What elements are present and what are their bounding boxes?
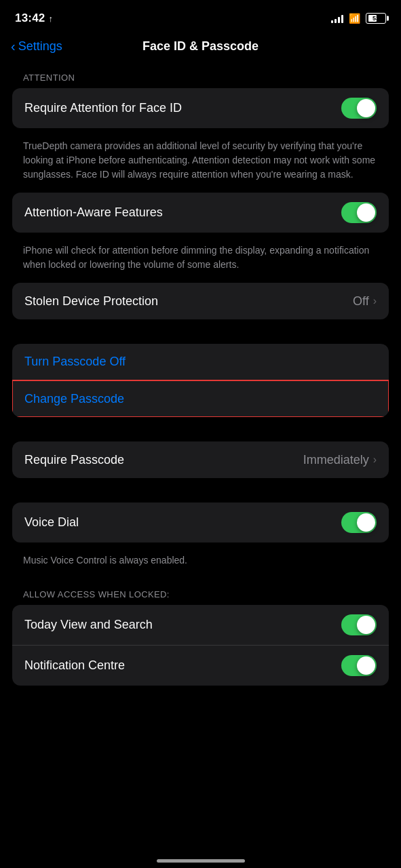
toggle-knob <box>357 99 375 117</box>
battery-icon: 53 <box>366 13 386 24</box>
clock: 13:42 <box>15 12 45 25</box>
home-indicator <box>0 851 401 868</box>
stolen-device-chevron-icon: › <box>373 295 377 307</box>
attention-section-label: ATTENTION <box>0 62 401 88</box>
stolen-device-value: Off <box>353 294 369 309</box>
spacer-1 <box>0 325 401 344</box>
require-attention-toggle[interactable] <box>341 98 377 119</box>
turn-passcode-off-label: Turn Passcode Off <box>24 355 126 369</box>
back-button[interactable]: ‹ Settings <box>11 39 62 54</box>
nav-bar: ‹ Settings Face ID & Passcode <box>0 34 401 62</box>
home-bar <box>157 859 245 863</box>
wifi-icon: 📶 <box>349 13 360 24</box>
attention-aware-description: iPhone will check for attention before d… <box>0 238 401 283</box>
change-passcode-row[interactable]: Change Passcode <box>12 380 389 417</box>
back-chevron-icon: ‹ <box>11 39 16 53</box>
attention-aware-label: Attention-Aware Features <box>24 205 163 220</box>
today-view-row[interactable]: Today View and Search <box>12 605 389 646</box>
attention-aware-group: Attention-Aware Features <box>12 193 389 233</box>
attention-aware-row[interactable]: Attention-Aware Features <box>12 193 389 233</box>
turn-passcode-off-row[interactable]: Turn Passcode Off <box>12 344 389 380</box>
signal-icon <box>331 14 343 23</box>
attention-aware-toggle[interactable] <box>341 202 377 223</box>
status-right-icons: 📶 53 <box>331 13 386 24</box>
passcode-group: Turn Passcode Off Change Passcode <box>12 344 389 417</box>
require-passcode-value: Immediately <box>303 453 369 467</box>
page-title: Face ID & Passcode <box>142 39 259 54</box>
require-attention-group: Require Attention for Face ID <box>12 88 389 128</box>
notification-centre-label: Notification Centre <box>24 658 125 673</box>
require-attention-description: TrueDepth camera provides an additional … <box>0 134 401 193</box>
stolen-device-right: Off › <box>353 294 377 309</box>
voice-dial-row[interactable]: Voice Dial <box>12 502 389 542</box>
voice-dial-label: Voice Dial <box>24 515 79 530</box>
stolen-device-label: Stolen Device Protection <box>24 294 158 309</box>
back-label: Settings <box>18 39 62 54</box>
allow-access-section-label: ALLOW ACCESS WHEN LOCKED: <box>0 578 401 605</box>
require-attention-row[interactable]: Require Attention for Face ID <box>12 88 389 128</box>
status-time: 13:42 ↑ <box>15 12 53 25</box>
voice-dial-toggle[interactable] <box>341 512 377 533</box>
change-passcode-label: Change Passcode <box>24 392 124 406</box>
settings-content: ATTENTION Require Attention for Face ID … <box>0 62 401 711</box>
allow-access-group: Today View and Search Notification Centr… <box>12 605 389 686</box>
require-passcode-right: Immediately › <box>303 453 377 467</box>
stolen-device-row[interactable]: Stolen Device Protection Off › <box>12 283 389 319</box>
location-arrow-icon: ↑ <box>48 14 53 24</box>
today-view-toggle[interactable] <box>341 614 377 635</box>
stolen-device-group: Stolen Device Protection Off › <box>12 283 389 319</box>
toggle-knob-4 <box>357 616 375 634</box>
toggle-knob-2 <box>357 203 375 222</box>
notification-centre-row[interactable]: Notification Centre <box>12 646 389 686</box>
status-bar: 13:42 ↑ 📶 53 <box>0 0 401 34</box>
spacer-2 <box>0 422 401 441</box>
require-passcode-label: Require Passcode <box>24 453 124 467</box>
notification-centre-toggle[interactable] <box>341 655 377 676</box>
spacer-3 <box>0 484 401 502</box>
require-passcode-row[interactable]: Require Passcode Immediately › <box>12 441 389 478</box>
voice-dial-group: Voice Dial <box>12 502 389 542</box>
voice-dial-description: Music Voice Control is always enabled. <box>0 548 401 578</box>
toggle-knob-5 <box>357 656 375 675</box>
require-passcode-group: Require Passcode Immediately › <box>12 441 389 478</box>
require-attention-label: Require Attention for Face ID <box>24 101 182 115</box>
toggle-knob-3 <box>357 513 375 532</box>
today-view-label: Today View and Search <box>24 618 153 632</box>
require-passcode-chevron-icon: › <box>373 454 377 466</box>
